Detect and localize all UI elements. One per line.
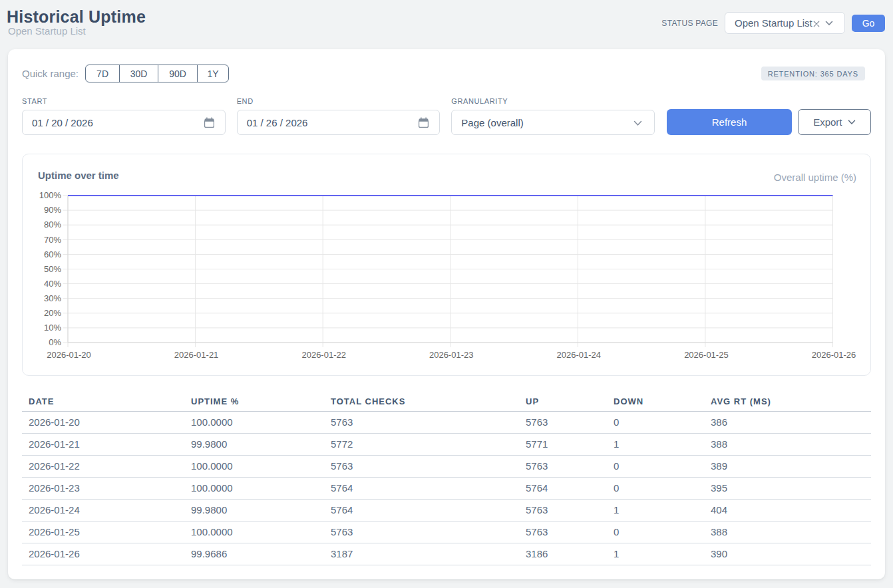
- svg-text:70%: 70%: [44, 235, 61, 245]
- svg-text:2026-01-25: 2026-01-25: [684, 350, 729, 360]
- svg-text:10%: 10%: [44, 323, 61, 333]
- svg-text:2026-01-22: 2026-01-22: [301, 350, 346, 360]
- svg-text:100%: 100%: [39, 190, 62, 200]
- svg-text:0%: 0%: [49, 337, 61, 347]
- svg-text:30%: 30%: [44, 293, 61, 303]
- svg-text:2026-01-21: 2026-01-21: [174, 350, 219, 360]
- svg-text:2026-01-23: 2026-01-23: [429, 350, 474, 360]
- svg-text:2026-01-20: 2026-01-20: [47, 350, 91, 360]
- svg-text:80%: 80%: [44, 220, 61, 229]
- svg-text:60%: 60%: [44, 249, 61, 259]
- svg-text:50%: 50%: [44, 264, 61, 274]
- svg-text:40%: 40%: [44, 279, 61, 289]
- svg-text:90%: 90%: [44, 205, 61, 215]
- svg-text:2026-01-26: 2026-01-26: [812, 350, 856, 360]
- svg-text:2026-01-24: 2026-01-24: [557, 350, 602, 360]
- svg-text:20%: 20%: [44, 308, 61, 318]
